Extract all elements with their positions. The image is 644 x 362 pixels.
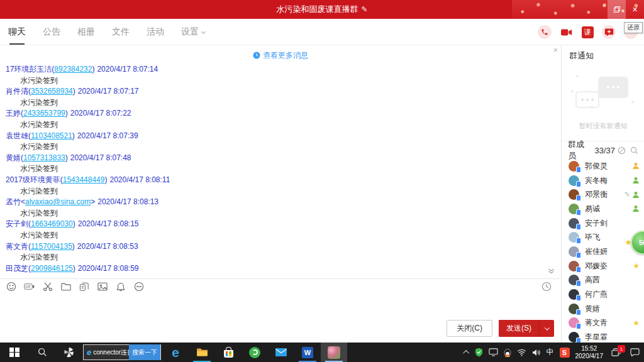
word-app-icon[interactable]: W <box>294 343 321 362</box>
member-row[interactable]: 易诚 <box>562 202 644 216</box>
member-row[interactable]: 高茜 <box>562 273 644 288</box>
search-go-button[interactable]: 搜索一下 <box>129 344 160 360</box>
sender-id-link[interactable]: 2433653799 <box>23 109 65 118</box>
tab-chat[interactable]: 聊天 <box>8 19 26 45</box>
sender-id-link[interactable]: 2909846125 <box>31 264 73 273</box>
member-row[interactable]: 黄婧 <box>562 302 644 316</box>
view-more-messages-link[interactable]: 查看更多消息 <box>0 50 561 60</box>
tab-announcement[interactable]: 公告 <box>43 19 60 45</box>
sender-name[interactable]: 2017级环境黄菲 <box>6 175 60 184</box>
member-row[interactable]: 邓媛姿★ <box>562 259 644 273</box>
sender-name[interactable]: 肖件清 <box>6 87 28 96</box>
multitask-icon[interactable]: 1 <box>611 348 621 356</box>
member-row[interactable]: 宾冬梅 <box>562 173 644 188</box>
tray-shield-icon[interactable] <box>475 348 483 357</box>
emoji-icon[interactable] <box>6 282 16 292</box>
message-text: 水污染签到 <box>6 230 561 241</box>
file-explorer-app-icon[interactable] <box>189 343 215 362</box>
member-row[interactable]: 蒋文青★ <box>562 316 644 331</box>
star-icon: ★ <box>633 319 640 327</box>
screenshot-scissors-icon[interactable] <box>42 282 53 292</box>
member-row[interactable]: 郭俊灵 <box>562 159 644 173</box>
pinwheel-app-icon[interactable] <box>55 343 82 362</box>
add-service-button[interactable] <box>602 25 616 39</box>
taskbar-searchbox[interactable]: e connector连接器 搜索一下 <box>83 344 161 360</box>
message-text: 水污染签到 <box>6 252 561 263</box>
anonymous-chat-icon[interactable] <box>618 146 626 155</box>
tab-activity[interactable]: 活动 <box>147 19 164 45</box>
search-member-icon[interactable] <box>630 146 638 155</box>
tray-qq-penguin-icon[interactable] <box>504 348 511 357</box>
qq-group-chat-window: 水污染和固废课直播群 ✎ × 聊天公告相册文件活动设置 课 <box>0 0 644 362</box>
banner-close-icon[interactable]: × <box>553 47 558 54</box>
collapse-chat-icon[interactable] <box>548 265 555 277</box>
members-count: 33/37 <box>594 146 615 155</box>
sender-name[interactable]: 袁世雄 <box>6 131 28 140</box>
edge-app-icon[interactable]: e <box>162 343 189 362</box>
mail-app-icon[interactable] <box>268 343 294 362</box>
member-row[interactable]: 邓景衡✎ <box>562 187 644 202</box>
sender-name[interactable]: 蒋文青 <box>6 242 28 251</box>
more-tools-icon[interactable] <box>133 282 144 292</box>
message-input[interactable] <box>0 294 561 319</box>
close-chat-button[interactable]: 关闭(C) <box>447 320 492 337</box>
taskbar-search-button[interactable] <box>29 343 55 362</box>
clock-icon <box>253 52 260 59</box>
show-hidden-icons[interactable] <box>465 350 469 354</box>
member-name: 蒋文青 <box>585 317 608 328</box>
sender-id-link[interactable]: alvaxiao@sina.com <box>25 197 91 206</box>
edit-title-icon[interactable]: ✎ <box>361 5 367 14</box>
member-row[interactable]: 安子剑 <box>562 216 644 231</box>
send-image-icon[interactable] <box>97 282 108 292</box>
member-name: 毕飞 <box>585 232 600 243</box>
tab-settings[interactable]: 设置 <box>181 19 205 45</box>
tab-files[interactable]: 文件 <box>112 19 130 45</box>
tray-wifi-icon[interactable] <box>517 349 526 356</box>
store-app-icon[interactable] <box>215 343 242 362</box>
message-text: 水污染签到 <box>6 97 561 109</box>
sender-id-link[interactable]: 892384232 <box>54 65 92 74</box>
sender-id-link[interactable]: 3532658934 <box>31 87 73 96</box>
class-live-button[interactable]: 课 <box>582 26 594 38</box>
message-record-clock-icon[interactable] <box>541 282 552 292</box>
sender-name[interactable]: 17环境彭玉洁 <box>6 65 52 74</box>
sender-name[interactable]: 田茂芝 <box>6 264 28 273</box>
start-button[interactable] <box>0 343 29 362</box>
sender-id-link[interactable]: 1103408521 <box>31 131 72 140</box>
sender-id-link[interactable]: 1157004135 <box>31 242 72 251</box>
send-file-folder-icon[interactable] <box>60 282 71 292</box>
send-button[interactable]: 发送(S) <box>499 320 539 337</box>
qq-app-icon[interactable] <box>321 343 347 362</box>
sender-id-link[interactable]: 1663469030 <box>31 219 73 228</box>
tray-screen-icon[interactable] <box>489 348 498 356</box>
chat-history-icon[interactable] <box>79 282 89 292</box>
sender-name[interactable]: 黄婧 <box>6 153 21 162</box>
close-button[interactable]: × <box>626 0 644 19</box>
sender-name[interactable]: 孟竹 <box>6 197 21 206</box>
bell-icon[interactable] <box>115 282 126 292</box>
send-options-dropdown[interactable] <box>539 320 554 337</box>
action-center-icon[interactable] <box>630 348 640 356</box>
ime-indicator[interactable]: 中 <box>547 347 554 358</box>
security-app-icon[interactable] <box>242 343 268 362</box>
gif-hot-icon[interactable]: GIF <box>24 282 35 292</box>
member-row[interactable]: 李星霖 <box>562 330 644 343</box>
sogou-icon[interactable]: S <box>560 348 570 358</box>
sender-name[interactable]: 安子剑 <box>6 219 28 228</box>
voice-call-button[interactable] <box>538 25 552 39</box>
message-timestamp: 2020/4/17 8:08:11 <box>109 175 170 184</box>
tray-volume-icon[interactable] <box>532 349 541 356</box>
video-call-button[interactable] <box>560 25 574 39</box>
searchbox-text[interactable]: connector连接器 <box>93 348 129 357</box>
taskbar-clock[interactable]: 15:52 2020/4/17 <box>575 345 604 359</box>
sender-name[interactable]: 王婷 <box>6 109 21 118</box>
message-timestamp: 2020/4/17 8:08:59 <box>78 264 139 273</box>
tab-bar: 聊天公告相册文件活动设置 课 还原 <box>0 19 644 45</box>
message-text: 水污染签到 <box>6 141 561 153</box>
sender-id-link[interactable]: 1543448449 <box>63 175 105 184</box>
chat-message: 2017级环境黄菲(1543448449)2020/4/17 8:08:11水污… <box>0 175 561 197</box>
sender-id-link[interactable]: 1057313833 <box>23 153 65 162</box>
restore-button[interactable] <box>608 0 626 19</box>
tab-album[interactable]: 相册 <box>77 19 95 45</box>
member-row[interactable]: 何广燕 <box>562 287 644 302</box>
